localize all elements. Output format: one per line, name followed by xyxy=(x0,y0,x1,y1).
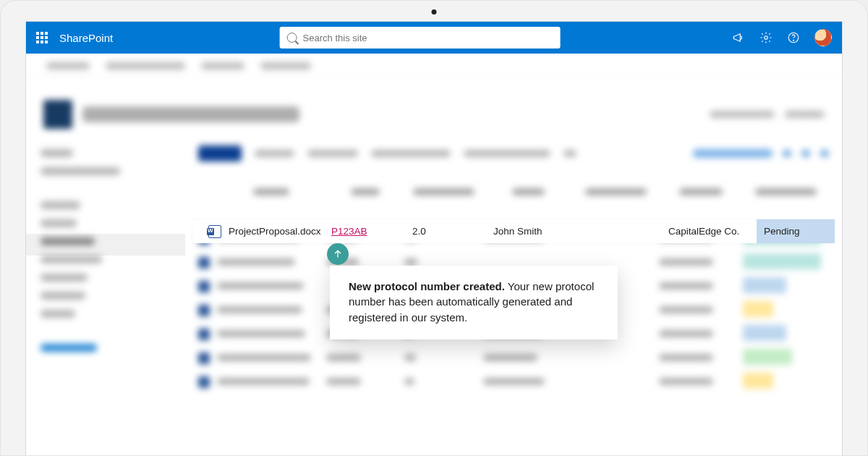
protocol-code-link[interactable]: P123AB xyxy=(331,226,367,237)
gear-icon[interactable] xyxy=(760,31,773,44)
device-frame: SharePoint xyxy=(0,0,868,456)
version-value: 2.0 xyxy=(412,226,426,237)
app-launcher-icon[interactable] xyxy=(36,32,48,43)
content-area: ProjectProposal.docx P123AB 2.0 John Smi… xyxy=(26,54,842,455)
info-callout: New protocol number created. Your new pr… xyxy=(330,266,618,339)
callout-heading: New protocol number created. xyxy=(349,280,505,292)
svg-point-0 xyxy=(765,36,768,40)
app-window: SharePoint xyxy=(25,21,843,455)
brand-label: SharePoint xyxy=(59,32,113,44)
avatar[interactable] xyxy=(814,29,832,46)
file-name: ProjectProposal.docx xyxy=(229,226,321,237)
help-icon[interactable] xyxy=(787,31,800,44)
callout-arrow-icon xyxy=(327,243,349,265)
search-icon xyxy=(287,33,297,43)
word-file-icon xyxy=(208,225,221,238)
suite-bar: SharePoint xyxy=(26,22,842,54)
sidebar-selection-highlight xyxy=(26,234,185,256)
approver-value: CapitalEdge Co. xyxy=(668,226,739,237)
highlighted-document-row[interactable]: ProjectProposal.docx P123AB 2.0 John Smi… xyxy=(192,219,835,243)
editor-value: John Smith xyxy=(493,226,542,237)
search-input[interactable] xyxy=(303,33,553,43)
camera-dot xyxy=(432,9,437,14)
status-badge: Pending xyxy=(757,219,835,243)
search-box[interactable] xyxy=(280,27,561,48)
megaphone-icon[interactable] xyxy=(732,31,745,44)
svg-point-2 xyxy=(793,40,794,41)
